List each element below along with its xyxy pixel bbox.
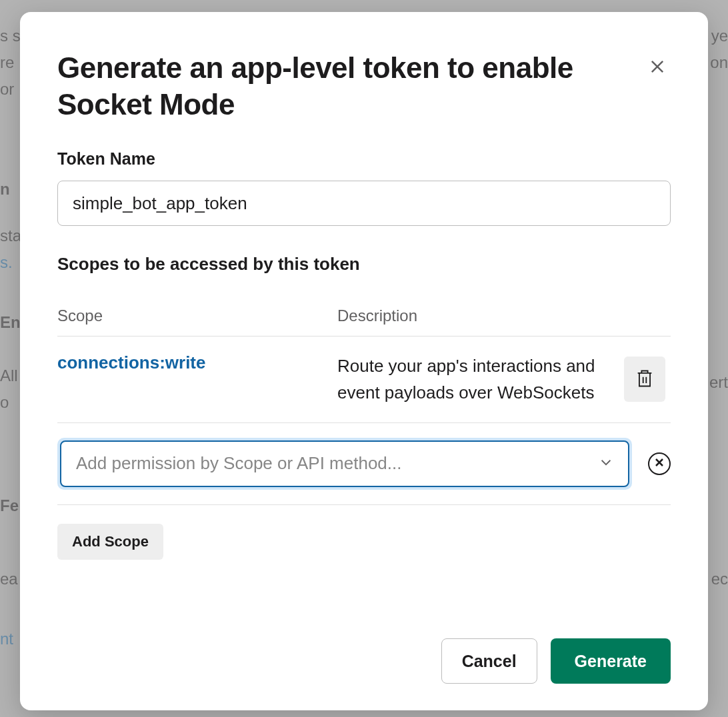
bg-text: n bbox=[0, 180, 10, 199]
column-description: Description bbox=[337, 307, 624, 325]
scope-dropdown-focus-ring: Add permission by Scope or API method... bbox=[57, 438, 632, 490]
scope-description: Route your app's interactions and event … bbox=[337, 353, 624, 406]
close-button[interactable] bbox=[644, 53, 671, 82]
bg-text: o bbox=[0, 393, 9, 412]
remove-scope-button[interactable] bbox=[624, 357, 665, 402]
bg-text: re bbox=[0, 53, 14, 72]
bg-text: s. bbox=[0, 253, 13, 272]
scope-row: connections:write Route your app's inter… bbox=[57, 337, 671, 423]
bg-text: sta bbox=[0, 227, 21, 245]
bg-text: ec bbox=[711, 570, 728, 588]
modal-title: Generate an app-level token to enable So… bbox=[57, 49, 591, 123]
bg-text: ye bbox=[711, 27, 728, 45]
column-scope: Scope bbox=[57, 307, 337, 325]
token-name-input[interactable] bbox=[57, 181, 671, 226]
chevron-down-icon bbox=[599, 453, 613, 474]
bg-text: nt bbox=[0, 630, 13, 648]
close-icon bbox=[648, 68, 667, 78]
trash-icon bbox=[635, 368, 654, 390]
scope-dropdown-placeholder: Add permission by Scope or API method... bbox=[76, 453, 401, 474]
add-scope-row: Add permission by Scope or API method... bbox=[57, 423, 671, 505]
bg-text: s s bbox=[0, 27, 21, 45]
token-name-label: Token Name bbox=[57, 149, 671, 169]
scope-name-link[interactable]: connections:write bbox=[57, 353, 205, 372]
add-scope-button[interactable]: Add Scope bbox=[57, 524, 163, 560]
bg-text: ert bbox=[709, 373, 728, 392]
scopes-table-header: Scope Description bbox=[57, 307, 671, 337]
bg-text: ea bbox=[0, 570, 18, 588]
generate-token-modal: Generate an app-level token to enable So… bbox=[20, 12, 708, 710]
clear-scope-button[interactable] bbox=[648, 452, 671, 475]
bg-text: All bbox=[0, 366, 18, 385]
add-scope-container: Add Scope bbox=[57, 505, 671, 560]
bg-text: or bbox=[0, 80, 14, 99]
scope-dropdown[interactable]: Add permission by Scope or API method... bbox=[60, 440, 629, 487]
scopes-heading: Scopes to be accessed by this token bbox=[57, 254, 671, 275]
cancel-button[interactable]: Cancel bbox=[441, 638, 537, 684]
bg-text: En bbox=[0, 313, 21, 332]
generate-button[interactable]: Generate bbox=[551, 638, 671, 684]
bg-text: Fe bbox=[0, 496, 19, 515]
modal-header: Generate an app-level token to enable So… bbox=[57, 49, 671, 123]
modal-footer: Cancel Generate bbox=[57, 612, 671, 684]
bg-text: on bbox=[710, 53, 728, 72]
x-circle-icon bbox=[655, 458, 664, 469]
